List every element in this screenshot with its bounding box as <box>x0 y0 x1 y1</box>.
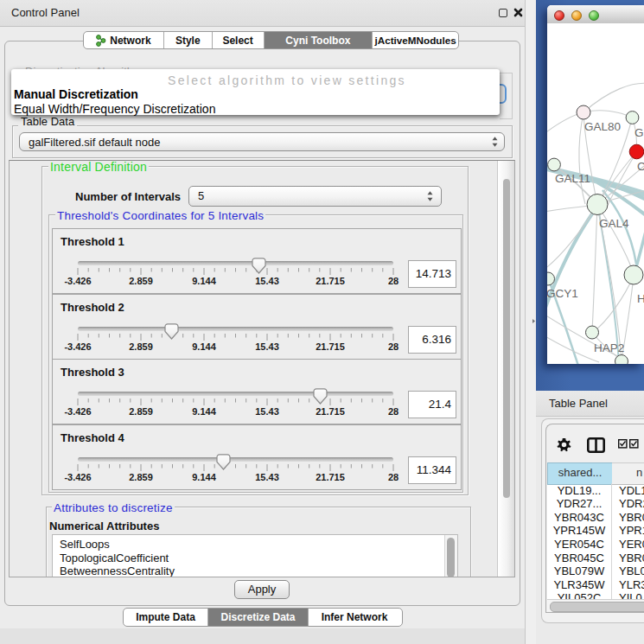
svg-text:GAL80: GAL80 <box>584 120 621 133</box>
svg-text:C: C <box>637 160 644 173</box>
svg-text:HAP2: HAP2 <box>594 341 624 354</box>
svg-text:H: H <box>637 292 644 305</box>
svg-text:G.: G. <box>634 126 644 139</box>
svg-text:GAL11: GAL11 <box>555 172 590 185</box>
svg-text:GAL4: GAL4 <box>599 217 629 230</box>
svg-text:GCY1: GCY1 <box>547 287 578 300</box>
